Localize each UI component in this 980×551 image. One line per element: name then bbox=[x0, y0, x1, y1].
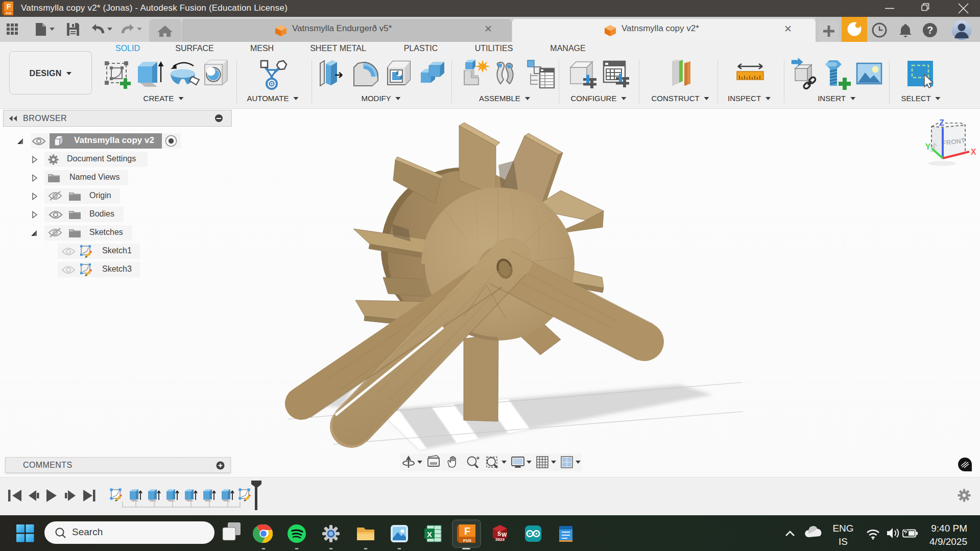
svg-text:X: X bbox=[427, 530, 432, 539]
svg-text:Y: Y bbox=[925, 142, 931, 151]
svg-text:Z: Z bbox=[939, 118, 944, 127]
svg-text:F: F bbox=[6, 2, 11, 11]
svg-text:?: ? bbox=[927, 25, 933, 36]
svg-text:FUS: FUS bbox=[6, 12, 12, 15]
svg-text:F: F bbox=[464, 525, 470, 537]
svg-text:2023: 2023 bbox=[495, 537, 505, 542]
svg-text:FUS: FUS bbox=[463, 538, 472, 543]
svg-text:S: S bbox=[497, 531, 501, 537]
svg-text:X: X bbox=[971, 148, 976, 156]
